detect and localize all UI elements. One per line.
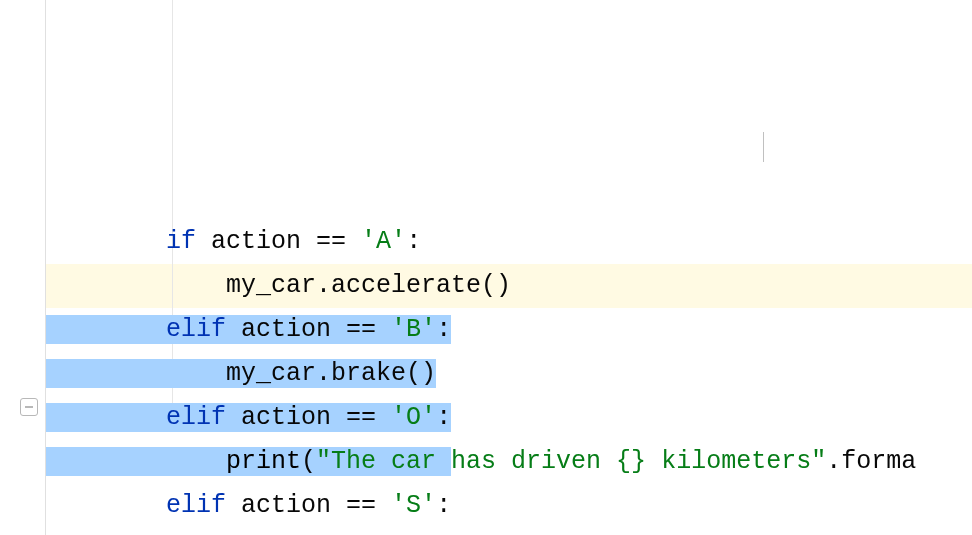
code-line[interactable]: elif action == 'B':	[46, 308, 972, 352]
code-token: :	[436, 315, 451, 344]
code-token: action	[226, 315, 346, 344]
code-line[interactable]: print("The car has driven {} kilometers"…	[46, 440, 972, 484]
indent	[46, 403, 166, 432]
code-token	[346, 227, 361, 256]
code-token: ==	[316, 227, 346, 256]
code-token: ==	[346, 403, 376, 432]
indent	[46, 359, 226, 388]
code-area[interactable]: if action == 'A': my_car.accelerate() el…	[46, 0, 972, 535]
code-editor[interactable]: if action == 'A': my_car.accelerate() el…	[0, 0, 972, 535]
indent	[46, 271, 226, 300]
indent	[46, 447, 226, 476]
code-line[interactable]: if action == 'A':	[46, 220, 972, 264]
indent	[46, 227, 166, 256]
code-token: if	[166, 227, 196, 256]
indent	[46, 491, 166, 520]
code-line[interactable]: elif action == 'O':	[46, 396, 972, 440]
code-token	[376, 491, 391, 520]
code-token: :	[406, 227, 421, 256]
code-token: action	[226, 403, 346, 432]
code-token: 'S'	[391, 491, 436, 520]
code-token: action	[196, 227, 316, 256]
code-token: :	[436, 403, 451, 432]
code-line[interactable]: my_car.brake()	[46, 352, 972, 396]
code-token: print	[226, 447, 301, 476]
code-token: elif	[166, 491, 226, 520]
fold-collapse-icon[interactable]	[20, 398, 38, 416]
code-token: ==	[346, 491, 376, 520]
code-token: :	[436, 491, 451, 520]
code-token	[376, 315, 391, 344]
indent	[46, 315, 166, 344]
code-token: my_car.accelerate()	[226, 271, 511, 300]
code-token: "The car	[316, 447, 451, 476]
code-token: 'A'	[361, 227, 406, 256]
code-token: my_car.brake()	[226, 359, 436, 388]
code-token: elif	[166, 403, 226, 432]
code-token: elif	[166, 315, 226, 344]
code-line[interactable]: print("The car's average speed was {} kp…	[46, 528, 972, 535]
code-token: has driven {} kilometers"	[451, 447, 826, 476]
code-token: .forma	[826, 447, 916, 476]
code-line[interactable]: my_car.accelerate()	[46, 264, 972, 308]
code-token: ==	[346, 315, 376, 344]
code-token: 'B'	[391, 315, 436, 344]
code-line[interactable]: elif action == 'S':	[46, 484, 972, 528]
text-cursor	[763, 132, 764, 162]
code-token: action	[226, 491, 346, 520]
code-token: 'O'	[391, 403, 436, 432]
code-token: (	[301, 447, 316, 476]
gutter	[0, 0, 46, 535]
code-token	[376, 403, 391, 432]
